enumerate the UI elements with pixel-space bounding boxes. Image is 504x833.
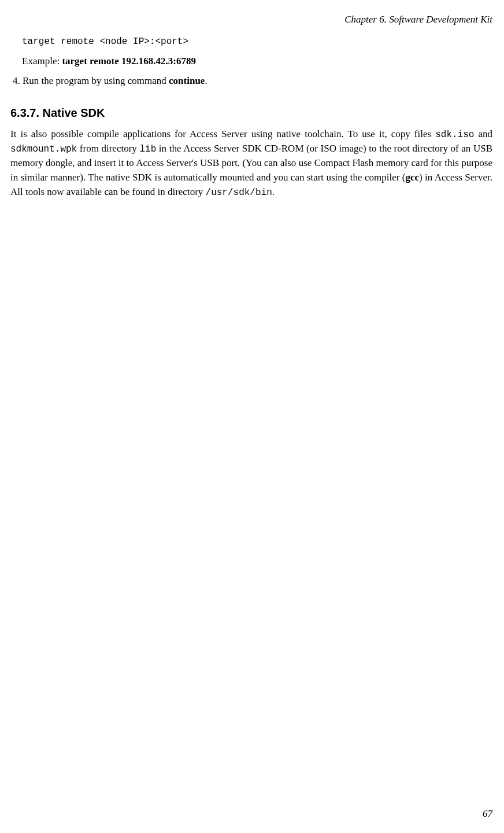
para-c2: sdkmount.wpk <box>10 144 77 154</box>
step4-suffix: . <box>205 75 207 86</box>
body-paragraph: It is also possible compile applications… <box>10 127 492 200</box>
para-c3: lib <box>139 144 156 154</box>
example-label: Example: <box>22 56 62 67</box>
para-c4: /usr/sdk/bin <box>206 187 272 198</box>
para-t6: . <box>272 186 275 197</box>
para-t3: from directory <box>77 143 139 154</box>
step4-prefix: 4. Run the program by using command <box>13 75 169 86</box>
para-t1: It is also possible compile applications… <box>10 128 435 139</box>
step-4: 4. Run the program by using command cont… <box>13 74 492 89</box>
chapter-header: Chapter 6. Software Development Kit <box>10 13 492 27</box>
code-command: target remote <node IP>:<port> <box>22 35 492 49</box>
para-c1: sdk.iso <box>435 130 474 140</box>
para-b1: gcc <box>405 172 419 183</box>
section-heading: 6.3.7. Native SDK <box>10 105 492 121</box>
example-value: target remote 192.168.42.3:6789 <box>62 56 195 67</box>
example-line: Example: target remote 192.168.42.3:6789 <box>22 54 492 69</box>
step4-command: continue <box>169 75 205 86</box>
page-number: 67 <box>483 807 492 821</box>
para-t2: and <box>474 128 492 139</box>
